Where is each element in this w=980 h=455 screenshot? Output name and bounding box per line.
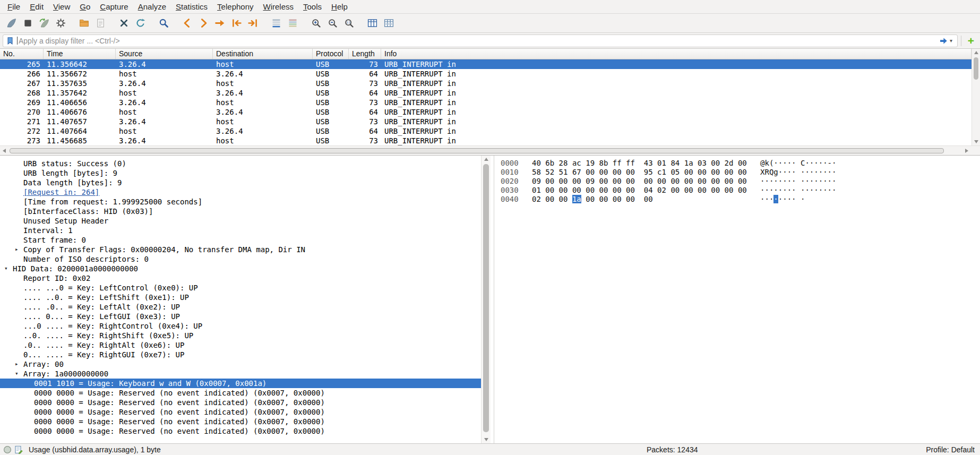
hex-byte[interactable]: 01: [657, 159, 666, 167]
hex-ascii-char[interactable]: ·: [805, 186, 809, 194]
capture-options-button[interactable]: [53, 15, 68, 31]
detail-row[interactable]: ...0 .... = Key: RightControl (0xe4): UP: [0, 321, 481, 331]
packet-list-scrollbar[interactable]: [972, 49, 980, 145]
packet-row-270[interactable]: 27011.406676host3.26.4USB64URB_INTERRUPT…: [0, 107, 972, 117]
menu-view[interactable]: View: [48, 0, 75, 13]
hex-byte[interactable]: 84: [670, 159, 680, 167]
hex-ascii-char[interactable]: ·: [792, 177, 796, 185]
hex-byte[interactable]: 00: [725, 177, 734, 185]
details-scrollbar-thumb[interactable]: [483, 164, 489, 432]
hex-byte[interactable]: 19: [586, 159, 595, 167]
hex-ascii-char[interactable]: ·: [832, 168, 836, 176]
detail-row[interactable]: ▾Array: 1a0000000000: [0, 369, 481, 379]
detail-row[interactable]: URB length [bytes]: 9: [0, 168, 481, 178]
colorize-packets-button[interactable]: [285, 15, 300, 31]
hex-byte[interactable]: 00: [613, 168, 622, 176]
hex-ascii-char[interactable]: ·: [819, 177, 823, 185]
detail-row[interactable]: Data length [bytes]: 9: [0, 178, 481, 187]
column-header-info[interactable]: Info: [381, 49, 972, 59]
save-file-button[interactable]: [93, 15, 108, 31]
hex-byte[interactable]: 00: [738, 159, 747, 167]
hex-byte[interactable]: 00: [559, 186, 568, 194]
hex-byte[interactable]: 58: [532, 168, 541, 176]
hex-ascii-char[interactable]: ·: [823, 177, 827, 185]
detail-row[interactable]: .... ..0. = Key: LeftShift (0xe1): UP: [0, 293, 481, 302]
hex-byte[interactable]: 00: [572, 186, 581, 194]
hex-ascii-char[interactable]: ·: [783, 168, 787, 176]
hex-byte[interactable]: 00: [684, 177, 693, 185]
detail-row[interactable]: Number of ISO descriptors: 0: [0, 254, 481, 264]
menu-tools[interactable]: Tools: [298, 0, 326, 13]
packet-row-266[interactable]: 26611.356672host3.26.4USB64URB_INTERRUPT…: [0, 69, 972, 79]
detail-row[interactable]: .... 0... = Key: LeftGUI (0xe3): UP: [0, 312, 481, 321]
detail-row[interactable]: Report ID: 0x02: [0, 273, 481, 283]
hex-byte[interactable]: 00: [698, 186, 707, 194]
profile-text[interactable]: Profile: Default: [926, 445, 975, 454]
hex-ascii-char[interactable]: ·: [764, 177, 769, 185]
column-header-source[interactable]: Source: [116, 49, 213, 59]
hex-byte[interactable]: 00: [738, 177, 747, 185]
detail-row[interactable]: 0000 0000 = Usage: Reserved (no event in…: [0, 417, 481, 426]
open-file-button[interactable]: [76, 15, 92, 31]
hex-byte[interactable]: 00: [626, 168, 635, 176]
detail-row[interactable]: ▸Copy of Transfer Flags: 0x00000204, No …: [0, 245, 481, 254]
display-filter-input[interactable]: [19, 37, 939, 45]
hex-ascii-char[interactable]: ·: [787, 177, 792, 185]
hex-ascii-char[interactable]: ·: [819, 159, 823, 167]
scroll-right-arrow-icon[interactable]: [965, 149, 968, 153]
hex-ascii-char[interactable]: ·: [783, 186, 787, 194]
hex-ascii-char[interactable]: ·: [792, 186, 796, 194]
hex-ascii-char[interactable]: ·: [832, 186, 836, 194]
hex-byte[interactable]: 02: [657, 186, 666, 194]
go-last-packet-button[interactable]: [245, 15, 261, 31]
hex-byte[interactable]: 40: [532, 159, 541, 167]
scroll-down-arrow-icon[interactable]: [484, 438, 488, 441]
hex-byte[interactable]: 03: [698, 159, 707, 167]
hex-ascii-char[interactable]: ·: [814, 159, 818, 167]
hex-ascii-char[interactable]: ·: [773, 177, 778, 185]
hex-byte[interactable]: ac: [572, 159, 581, 167]
hex-ascii-char[interactable]: ·: [792, 195, 796, 203]
zoom-reset-button[interactable]: 1:1: [341, 15, 357, 31]
packet-list-scrollbar-thumb[interactable]: [974, 57, 978, 80]
hex-byte[interactable]: 00: [626, 177, 635, 185]
detail-row[interactable]: ▸Array: 00: [0, 359, 481, 369]
horizontal-scrollbar-thumb[interactable]: [10, 148, 944, 153]
detail-row[interactable]: [Time from request: 1.999925000 seconds]: [0, 197, 481, 207]
hex-byte[interactable]: 00: [738, 186, 747, 194]
find-packet-button[interactable]: [156, 15, 171, 31]
hex-byte[interactable]: 00: [698, 168, 707, 176]
hex-byte[interactable]: 00: [599, 195, 608, 203]
detail-row[interactable]: [bInterfaceClass: HID (0x03)]: [0, 207, 481, 216]
hex-byte[interactable]: 00: [684, 168, 693, 176]
capture-file-properties-icon[interactable]: [14, 445, 23, 454]
horizontal-scrollbar[interactable]: [0, 145, 980, 156]
hex-byte[interactable]: 2d: [725, 159, 734, 167]
hex-ascii-char[interactable]: ·: [787, 195, 792, 203]
hex-byte[interactable]: 00: [586, 195, 595, 203]
detail-row[interactable]: 0001 1010 = Usage: Keyboard w and W (0x0…: [0, 379, 481, 388]
column-header-no[interactable]: No.: [0, 49, 44, 59]
hex-ascii-char[interactable]: ·: [805, 177, 809, 185]
go-first-packet-button[interactable]: [229, 15, 244, 31]
column-header-length[interactable]: Length: [349, 49, 381, 59]
hex-byte[interactable]: 00: [613, 186, 622, 194]
hex-ascii-char[interactable]: ·: [828, 186, 832, 194]
hex-ascii-char[interactable]: ·: [783, 195, 787, 203]
column-header-protocol[interactable]: Protocol: [313, 49, 349, 59]
packet-row-267[interactable]: 26711.3576353.26.4hostUSB73URB_INTERRUPT…: [0, 79, 972, 88]
hex-byte[interactable]: 01: [532, 186, 541, 194]
hex-byte[interactable]: 52: [545, 168, 554, 176]
hex-byte[interactable]: ff: [626, 159, 635, 167]
hex-byte[interactable]: 00: [670, 186, 680, 194]
hex-byte[interactable]: 1a: [684, 159, 693, 167]
hex-byte[interactable]: 1a: [572, 195, 581, 203]
hex-ascii-char[interactable]: ·: [773, 195, 778, 203]
hex-ascii-char[interactable]: -: [828, 159, 832, 167]
detail-row[interactable]: 0000 0000 = Usage: Reserved (no event in…: [0, 407, 481, 417]
hex-byte[interactable]: 00: [613, 195, 622, 203]
filter-bookmark-icon[interactable]: [6, 37, 14, 45]
menu-capture[interactable]: Capture: [95, 0, 133, 13]
hex-byte[interactable]: 51: [559, 168, 568, 176]
details-scrollbar[interactable]: [481, 156, 491, 443]
